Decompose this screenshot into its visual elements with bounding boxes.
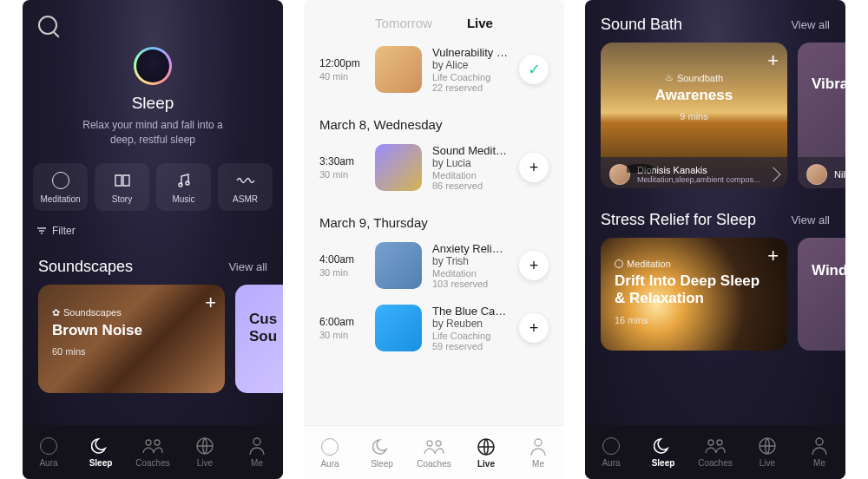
tab-me[interactable]: Me [793, 425, 845, 479]
category-row: Meditation Story Music ASMR [23, 148, 283, 220]
plus-icon[interactable]: + [767, 49, 779, 72]
book-icon [98, 172, 146, 189]
event-category: Life Coaching [432, 331, 509, 341]
page-subtitle: Relax your mind and fall into a deep, re… [38, 118, 267, 148]
circle-icon [602, 437, 620, 455]
card-duration: 9 mins [615, 111, 773, 121]
svg-point-7 [436, 441, 441, 446]
header: Sleep Relax your mind and fall into a de… [23, 0, 283, 148]
toptab-live[interactable]: Live [467, 16, 493, 30]
card-awareness[interactable]: + ♨Soundbath Awareness 9 mins Dionisis K… [601, 43, 787, 188]
event-row[interactable]: 4:00am30 minAnxiety Relief Nowby TrishMe… [319, 239, 549, 301]
tabbar: Aura Sleep Coaches Live Me [304, 425, 564, 479]
tab-coaches[interactable]: Coaches [127, 425, 179, 479]
coach-bar[interactable]: Nila [798, 157, 845, 188]
tab-coaches[interactable]: Coaches [689, 425, 741, 479]
coach-subtitle: Meditation,sleep,ambient compos... [637, 175, 761, 184]
event-thumb [375, 305, 422, 351]
event-author: by Lucia [432, 157, 509, 169]
tab-me[interactable]: Me [512, 426, 564, 479]
card-tag: Meditation [615, 259, 773, 269]
tab-sleep[interactable]: Sleep [75, 425, 127, 479]
event-info: Vulnerability as Str...by AliceLife Coac… [432, 46, 509, 93]
coach-bar[interactable]: Dionisis Kanakis Meditation,sleep,ambien… [601, 157, 787, 188]
svg-point-10 [708, 440, 713, 445]
card-tag: ♨Soundbath [615, 72, 773, 83]
card-vibrat[interactable]: Vibrat Nila [798, 43, 845, 188]
globe-icon [195, 436, 214, 456]
event-row[interactable]: 6:00am30 minThe Blue Cardsby ReubenLife … [319, 301, 549, 364]
event-duration: 30 min [319, 267, 365, 278]
search-icon[interactable] [38, 16, 57, 35]
card-row: + Meditation Drift Into Deep Sleep & Rel… [585, 238, 845, 351]
card-title: Windin [812, 262, 845, 279]
event-info: The Blue Cardsby ReubenLife Coaching59 r… [432, 305, 509, 351]
svg-point-0 [179, 183, 182, 187]
circle-icon [36, 172, 84, 189]
event-duration: 40 min [319, 71, 365, 82]
circle-icon [40, 437, 57, 455]
plus-icon[interactable]: + [519, 313, 549, 343]
view-all-link[interactable]: View all [791, 18, 830, 31]
event-row[interactable]: 3:30am30 minSound Meditation ...by Lucia… [319, 141, 549, 203]
people-icon [423, 438, 445, 456]
card-custom-sound[interactable]: Cus Sou [235, 285, 283, 393]
event-reserved: 86 reserved [432, 180, 509, 191]
view-all-link[interactable]: View all [228, 260, 267, 273]
plus-icon[interactable]: + [519, 153, 549, 182]
tab-sleep[interactable]: Sleep [356, 426, 408, 479]
event-time: 6:00am [319, 316, 365, 328]
category-music[interactable]: Music [156, 163, 211, 211]
avatar [609, 164, 630, 185]
category-asmr[interactable]: ASMR [218, 163, 273, 211]
globe-icon [758, 436, 777, 456]
person-icon [248, 436, 266, 456]
tab-aura[interactable]: Aura [585, 425, 637, 479]
card-title: Awareness [615, 87, 773, 104]
tab-live[interactable]: Live [741, 425, 793, 479]
tab-aura[interactable]: Aura [304, 426, 356, 479]
plus-icon[interactable]: + [519, 251, 549, 280]
card-title: Cus Sou [249, 311, 283, 346]
date-header: March 8, Wednesday [319, 117, 549, 132]
events-list: 12:00pm40 minVulnerability as Str...by A… [304, 43, 564, 426]
category-story[interactable]: Story [95, 163, 149, 211]
aura-orb-icon [134, 47, 172, 85]
category-meditation[interactable]: Meditation [33, 163, 88, 211]
event-reserved: 22 reserved [432, 82, 509, 93]
tab-me[interactable]: Me [231, 425, 283, 479]
card-brown-noise[interactable]: + ✿Soundscapes Brown Noise 60 mins [38, 285, 225, 393]
card-drift-deep-sleep[interactable]: + Meditation Drift Into Deep Sleep & Rel… [601, 238, 787, 351]
tab-coaches[interactable]: Coaches [408, 426, 460, 479]
section-header-soundbath: Sound Bath View all [585, 0, 845, 43]
time-col: 4:00am30 min [319, 253, 365, 278]
event-category: Life Coaching [432, 72, 509, 82]
card-duration: 60 mins [52, 346, 211, 357]
event-duration: 30 min [319, 330, 365, 340]
tab-aura[interactable]: Aura [23, 425, 75, 479]
event-title: The Blue Cards [432, 305, 509, 318]
card-winding[interactable]: Windin [798, 238, 845, 351]
screen-sleep: Sleep Relax your mind and fall into a de… [23, 0, 283, 479]
event-time: 12:00pm [319, 57, 365, 69]
svg-point-1 [186, 181, 189, 185]
check-icon[interactable]: ✓ [519, 55, 549, 84]
event-row[interactable]: 12:00pm40 minVulnerability as Str...by A… [319, 43, 549, 105]
tabbar: Aura Sleep Coaches Live Me [585, 425, 845, 479]
card-tag: ✿Soundscapes [52, 307, 211, 318]
event-time: 3:30am [319, 155, 365, 167]
event-reserved: 103 reserved [432, 279, 509, 289]
event-category: Meditation [432, 170, 509, 180]
tab-live[interactable]: Live [460, 426, 512, 479]
section-title: Sound Bath [601, 16, 682, 34]
tab-sleep[interactable]: Sleep [637, 425, 689, 479]
event-info: Anxiety Relief Nowby TrishMeditation103 … [432, 242, 509, 289]
section-header-stress: Stress Relief for Sleep View all [585, 188, 845, 238]
view-all-link[interactable]: View all [791, 213, 830, 226]
time-col: 3:30am30 min [319, 155, 365, 180]
toptab-tomorrow[interactable]: Tomorrow [375, 16, 432, 30]
filter-button[interactable]: Filter [23, 220, 283, 242]
svg-point-5 [253, 438, 260, 445]
top-tabs: Tomorrow Live [304, 0, 564, 43]
tab-live[interactable]: Live [179, 425, 231, 479]
